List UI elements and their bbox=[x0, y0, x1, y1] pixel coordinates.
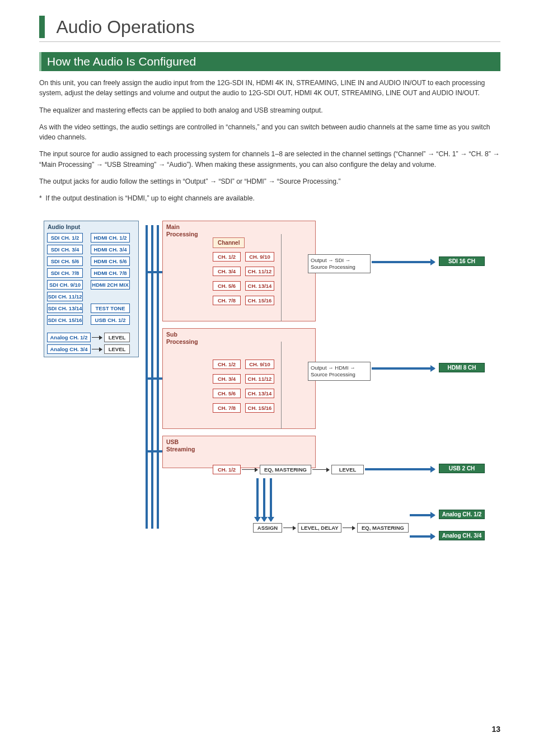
arrow-to-usb bbox=[365, 468, 434, 470]
chip-level-1: LEVEL bbox=[104, 333, 130, 342]
sub-ch-l-0: CH. 1/2 bbox=[213, 360, 241, 369]
sub-processing-header: Sub Processing bbox=[163, 329, 208, 348]
section-heading: How the Audio Is Configured bbox=[39, 52, 500, 71]
intro-paragraph-5: The output jacks for audio follow the se… bbox=[39, 176, 500, 186]
assign-box: ASSIGN bbox=[253, 523, 282, 533]
main-ch-l-3: CH. 7/8 bbox=[213, 296, 241, 305]
arrow-usb-eq bbox=[242, 469, 257, 470]
arrow-eq-level bbox=[312, 469, 329, 470]
arrow-to-analog2 bbox=[410, 535, 434, 538]
arrow-analog1-level bbox=[92, 337, 102, 338]
sub-ch-r-0: CH. 9/10 bbox=[245, 360, 274, 369]
drop-2 bbox=[263, 478, 265, 521]
bus-to-usb bbox=[146, 450, 162, 452]
audio-flow-diagram: Audio Input SDI CH. 1/2 SDI CH. 3/4 SDI … bbox=[39, 221, 500, 562]
out-usb: USB 2 CH bbox=[439, 464, 485, 473]
chip-hdmi-4: HDMI CH. 7/8 bbox=[91, 268, 130, 278]
main-ch-r-1: CH. 11/12 bbox=[245, 267, 274, 276]
chip-sdi-4: SDI CH. 7/8 bbox=[47, 268, 83, 278]
output-hdmi-box: Output → HDMI → Source Processing bbox=[308, 362, 371, 381]
main-ch-l-1: CH. 3/4 bbox=[213, 267, 241, 276]
arrow-to-analog1 bbox=[410, 514, 434, 516]
chip-sdi-7: SDI CH. 13/14 bbox=[47, 304, 83, 313]
arrow-analog2-level bbox=[92, 349, 102, 349]
output-sdi-box: Output → SDI → Source Processing bbox=[308, 254, 371, 274]
usb-streaming-region: USB Streaming bbox=[162, 436, 316, 468]
main-ch-r-0: CH. 9/10 bbox=[245, 252, 274, 262]
chip-analog-1: Analog CH. 1/2 bbox=[47, 333, 91, 342]
chip-sdi-5: SDI CH. 9/10 bbox=[47, 280, 83, 290]
sub-ch-l-3: CH. 7/8 bbox=[213, 403, 241, 413]
sub-out-line bbox=[281, 342, 282, 429]
drop-1 bbox=[256, 478, 259, 521]
arrow-to-sdi bbox=[372, 261, 434, 263]
sub-ch-l-1: CH. 3/4 bbox=[213, 374, 241, 384]
out-hdmi: HDMI 8 CH bbox=[439, 363, 485, 372]
main-ch-r-2: CH. 13/14 bbox=[245, 281, 274, 291]
bus-to-main bbox=[146, 271, 162, 273]
chip-sdi-1: SDI CH. 1/2 bbox=[47, 233, 83, 242]
bus-to-sub bbox=[146, 377, 162, 380]
chip-sdi-3: SDI CH. 5/6 bbox=[47, 256, 83, 266]
intro-paragraph-2: The equalizer and mastering effects can … bbox=[39, 105, 500, 115]
arrow-to-hdmi bbox=[372, 367, 434, 370]
usb-streaming-header: USB Streaming bbox=[163, 436, 208, 455]
intro-paragraph-4: The input source for audio assigned to e… bbox=[39, 149, 500, 170]
chip-hdmi-5: HDMI 2CH MIX bbox=[91, 280, 130, 290]
main-ch-l-0: CH. 1/2 bbox=[213, 252, 241, 262]
channel-sub-label: Channel bbox=[213, 237, 245, 248]
page-title: Audio Operations bbox=[56, 17, 194, 38]
chip-analog-2: Analog CH. 3/4 bbox=[47, 344, 91, 354]
usb-level: LEVEL bbox=[331, 465, 364, 474]
eq-mastering-2: EQ, MASTERING bbox=[357, 523, 409, 533]
chip-usb-in: USB CH. 1/2 bbox=[91, 315, 130, 325]
level-delay-box: LEVEL, DELAY bbox=[298, 523, 341, 533]
out-analog2: Analog CH. 3/4 bbox=[439, 531, 485, 540]
out-sdi: SDI 16 CH bbox=[439, 256, 485, 266]
chip-hdmi-2: HDMI CH. 3/4 bbox=[91, 245, 130, 254]
audio-input-header: Audio Input bbox=[44, 221, 138, 232]
sub-ch-l-2: CH. 5/6 bbox=[213, 389, 241, 398]
page-number: 13 bbox=[491, 725, 500, 734]
title-accent-bar bbox=[39, 16, 45, 38]
arrow-assign-leveldelay bbox=[283, 528, 296, 528]
page-title-wrap: Audio Operations bbox=[39, 16, 500, 42]
main-ch-l-2: CH. 5/6 bbox=[213, 281, 241, 291]
main-ch-r-3: CH. 15/16 bbox=[245, 296, 274, 305]
chip-sdi-8: SDI CH. 15/16 bbox=[47, 315, 83, 325]
sub-ch-r-3: CH. 15/16 bbox=[245, 403, 274, 413]
note-paragraph: * If the output destination is “HDMI,” u… bbox=[39, 193, 500, 203]
usb-ch12: CH. 1/2 bbox=[213, 465, 241, 474]
arrow-leveldelay-eq bbox=[343, 528, 355, 528]
intro-paragraph-1: On this unit, you can freely assign the … bbox=[39, 78, 500, 99]
out-analog1: Analog CH. 1/2 bbox=[439, 510, 485, 519]
intro-paragraph-3: As with the video settings, the audio se… bbox=[39, 122, 500, 143]
sub-ch-r-1: CH. 11/12 bbox=[245, 374, 274, 384]
chip-hdmi-3: HDMI CH. 5/6 bbox=[91, 256, 130, 266]
usb-eq-mastering: EQ, MASTERING bbox=[260, 465, 311, 474]
chip-sdi-2: SDI CH. 3/4 bbox=[47, 245, 83, 254]
main-processing-header: Main Processing bbox=[163, 221, 208, 240]
chip-sdi-6: SDI CH. 11/12 bbox=[47, 292, 83, 301]
main-out-line bbox=[281, 234, 282, 321]
sub-ch-r-2: CH. 13/14 bbox=[245, 389, 274, 398]
drop-3 bbox=[270, 478, 272, 521]
chip-hdmi-1: HDMI CH. 1/2 bbox=[91, 233, 130, 242]
chip-testtone: TEST TONE bbox=[91, 304, 130, 313]
chip-level-2: LEVEL bbox=[104, 344, 130, 354]
